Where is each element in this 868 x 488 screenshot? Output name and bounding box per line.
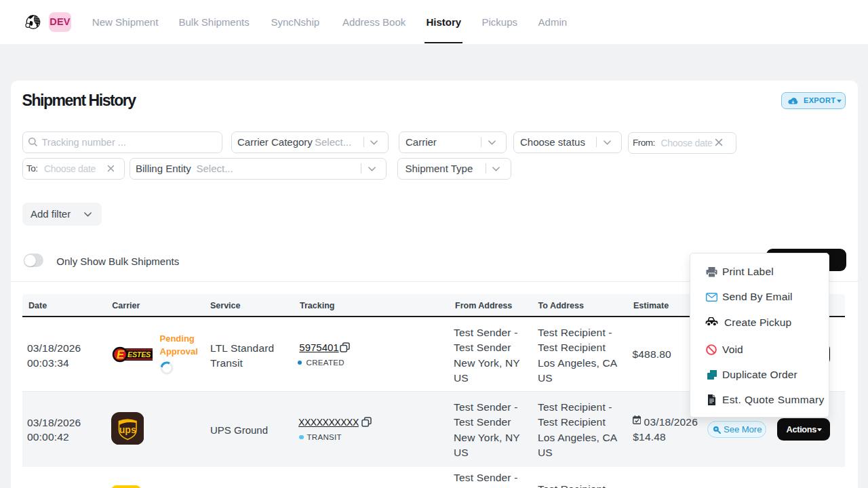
svg-text:E: E [117, 348, 125, 361]
svg-text:ESTES: ESTES [127, 350, 151, 359]
svg-text:ups: ups [119, 424, 136, 435]
